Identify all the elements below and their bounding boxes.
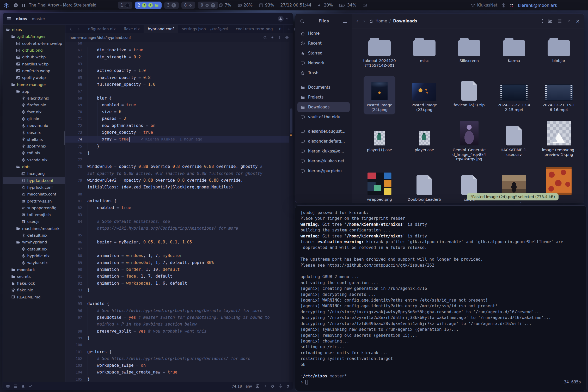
tree-item-user.js[interactable]: JSuser.js	[3, 218, 65, 225]
code-line-73[interactable]: 73 ignore_opacity = true	[65, 129, 289, 136]
code-line-84[interactable]: 84 # Some default animations, see	[65, 218, 289, 225]
code-line-70[interactable]: 70 size = 6	[65, 108, 289, 115]
code-line-wrap[interactable]: https://wiki.hyprland.org/Configuring/An…	[65, 225, 289, 232]
tree-item-shell.nix[interactable]: shell.nix	[3, 136, 65, 143]
sidebar-item-vault of the eldu...[interactable]: vault of the eldu...	[297, 112, 350, 122]
code-editor[interactable]: 6061 dim_inactive = true62 dim_strength …	[65, 42, 293, 382]
tree-item-tofi-emoji.sh[interactable]: tofi-emoji.sh	[3, 211, 65, 218]
code-line-wrap[interactable]: initialClass: (dev.zed.Zed|spotify|Slack…	[65, 184, 289, 191]
file-item-misc[interactable]: misc	[402, 32, 447, 70]
sidebar-item-Trash[interactable]: Trash	[297, 68, 350, 78]
sidebar-item-Recent[interactable]: Recent	[297, 38, 350, 48]
nixos-logo-icon[interactable]	[4, 3, 9, 8]
tree-item-default.nix[interactable]: default.nix	[3, 246, 65, 253]
tree-item-tofi.nix[interactable]: tofi.nix	[3, 150, 65, 156]
tab-cool-retro-term.png[interactable]: cool-retro-term.png	[232, 25, 277, 33]
network-indicator[interactable]: KlukasNet	[471, 3, 497, 8]
tree-item-app[interactable]: app	[3, 88, 65, 95]
code-line-wrap[interactable]: set opacity to 0.88 active, 0.8 inactive…	[65, 170, 289, 177]
tree-item-machines/moonlark[interactable]: machines/moonlark	[3, 225, 65, 232]
tree-item-waybar.nix[interactable]: waybar.nix	[3, 259, 65, 266]
git-branch[interactable]: master	[32, 17, 45, 21]
file-item-Pasted image[interactable]: Pasted image (23).png	[402, 76, 447, 114]
sidebar-item-kieran@klukas.net[interactable]: kieran@klukas.net	[297, 156, 350, 166]
tree-item-dots[interactable]: dots	[3, 163, 65, 170]
code-line-87[interactable]: 87	[65, 246, 289, 252]
tree-item-wm/hyprland[interactable]: wm/hyprland	[3, 239, 65, 246]
nav-forward-icon[interactable]	[77, 27, 81, 31]
tree-item-secrets[interactable]: secrets	[3, 273, 65, 280]
tree-item-macchiato.conf[interactable]: macchiato.conf	[3, 191, 65, 198]
code-line-63[interactable]: 63	[65, 60, 289, 67]
tree-item-alacritty.nix[interactable]: alacritty.nix	[3, 95, 65, 102]
workspace-2[interactable]: 2??	[135, 2, 162, 9]
breadcrumb-current[interactable]: Downloads	[393, 19, 417, 23]
code-line-79[interactable]: 79windowrulev2 = opacity 0.88 override 0…	[65, 177, 289, 184]
new-tab-icon[interactable]	[287, 27, 291, 31]
sidebar-item-Home[interactable]: Home	[297, 28, 350, 38]
workspace-1[interactable]: 1	[118, 2, 132, 9]
tree-item-git.nix[interactable]: git.nix	[3, 115, 65, 122]
file-item-wrapped.png[interactable]: wrapped.png	[357, 163, 402, 203]
avatar[interactable]	[278, 16, 284, 22]
search-icon[interactable]	[263, 36, 267, 39]
bug-icon[interactable]	[271, 384, 275, 388]
tab-settings.json[interactable]: settings.json~/.config/zed	[178, 25, 232, 33]
list-view-icon[interactable]	[558, 19, 562, 23]
diagnostics-check-icon[interactable]	[29, 384, 33, 388]
terminal-window[interactable]: [sudo] password for kierank:Place your f…	[295, 205, 586, 391]
code-line-89[interactable]: 89 animation = windowsOut, 1, 7, default…	[65, 259, 289, 266]
file-item-image-removebg-[interactable]: image-removebg- preview(1).png	[536, 117, 581, 164]
terminal-panel-icon[interactable]	[6, 384, 10, 388]
code-line-92[interactable]: 92 animation = workspaces, 1, 6, default	[65, 280, 289, 286]
code-line-93[interactable]: 93}	[65, 287, 289, 293]
chevron-down-icon[interactable]	[286, 17, 289, 20]
tree-item-README.md[interactable]: README.md	[3, 294, 65, 301]
tree-item-nautilus.webp[interactable]: nautilus.webp	[3, 60, 65, 67]
code-line-104[interactable]: 104 workspace_swipe_create_new = true	[65, 369, 289, 376]
code-line-wrap[interactable]: mainMod + P in the keybinds section belo…	[65, 321, 289, 328]
breadcrumb-root[interactable]: Home	[376, 19, 387, 23]
code-line-61[interactable]: 61 dim_inactive = true	[65, 47, 289, 53]
language-mode[interactable]: env	[246, 384, 252, 388]
assistant-icon[interactable]	[263, 384, 267, 388]
sidebar-item-Starred[interactable]: Starred	[297, 48, 350, 58]
tree-item-moonlark[interactable]: moonlark	[3, 266, 65, 273]
tree-item-firefox.nix[interactable]: firefox.nix	[3, 102, 65, 108]
code-line-86[interactable]: 86 bezier = myBezier, 0.05, 0.9, 0.1, 1.…	[65, 239, 289, 246]
tree-item-neofetch.webp[interactable]: neofetch.webp	[3, 68, 65, 74]
nav-back-icon[interactable]	[69, 27, 73, 31]
tree-item-spotify.webp[interactable]: spotify.webp	[3, 74, 65, 81]
file-item-HACKATIME-1-[interactable]: HACKATIME-1- user.csv	[492, 117, 536, 164]
code-line-99[interactable]: 99}	[65, 335, 289, 341]
code-line-97[interactable]: 97 pseudotile = yes # master switch for …	[65, 314, 289, 321]
sidebar-item-kieran.klukas@g...[interactable]: kieran.klukas@g...	[297, 146, 350, 156]
code-line-60[interactable]: 60	[65, 42, 289, 47]
tree-item-nixos[interactable]: nixos	[3, 26, 65, 33]
tree-item-hypridle.nix[interactable]: hypridle.nix	[3, 253, 65, 259]
file-item-DoubloonLeaderb[interactable]: DoubloonLeaderb oard.csv	[402, 163, 447, 203]
file-item-Pasted image[interactable]: Pasted image (24).png	[357, 76, 402, 114]
mic-icon[interactable]	[278, 384, 282, 388]
tree-item-vscode.nix[interactable]: vscode.nix	[3, 157, 65, 163]
workspace-9[interactable]: 9?	[198, 2, 218, 9]
code-line-80[interactable]: 80	[65, 191, 289, 198]
view-options-chevron-icon[interactable]	[567, 19, 571, 23]
inline-assist-icon[interactable]	[271, 36, 274, 39]
tree-item-github.webp[interactable]: github.webp	[3, 54, 65, 60]
text-cursor-icon[interactable]	[278, 36, 281, 39]
tree-item-sunpaperconfig[interactable]: sunpaperconfig	[3, 205, 65, 211]
bluetooth-icon[interactable]	[501, 3, 506, 8]
code-line-64[interactable]: 64 active_opacity = 1.0	[65, 67, 289, 74]
tree-item-foot.nix[interactable]: foot.nix	[3, 109, 65, 115]
sidebar-item-alesander.august...[interactable]: alesander.august...	[297, 126, 350, 136]
file-item-takeout-2024120[interactable]: takeout-2024120 7T155714Z-001	[357, 32, 402, 70]
tree-item-github.png[interactable]: github.png	[3, 47, 65, 54]
workspace-8[interactable]: 8	[181, 2, 195, 9]
cursor-position[interactable]: 74:18	[232, 384, 242, 388]
file-item-player(1).ase[interactable]: player(1).ase	[357, 117, 402, 164]
tree-item-hyprlock.conf[interactable]: hyprlock.conf	[3, 184, 65, 191]
code-line-83[interactable]: 83	[65, 211, 289, 218]
breadcrumb[interactable]: home-manager/dots/hyprland.conf	[70, 35, 131, 40]
code-line-69[interactable]: 69 enabled = true	[65, 102, 289, 108]
